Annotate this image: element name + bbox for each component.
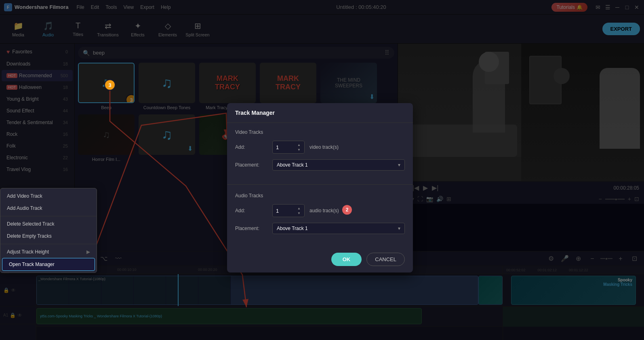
ctx-add-video-track[interactable]: Add Video Track [0, 190, 97, 202]
video-spinners: ▲ ▼ [296, 143, 302, 152]
video-spin-up[interactable]: ▲ [296, 143, 302, 147]
ctx-divider-1 [0, 216, 97, 216]
ctx-delete-empty[interactable]: Delete Empty Tracks [0, 230, 97, 242]
video-spin-down[interactable]: ▼ [296, 148, 302, 152]
video-add-row: Add: ▲ ▼ video track(s) [235, 141, 405, 154]
placement-label-video: Placement: [235, 162, 267, 168]
video-tracks-text: video track(s) [309, 144, 339, 150]
audio-spin-down[interactable]: ▼ [296, 211, 302, 215]
add-video-track-label: Add Video Track [7, 193, 42, 199]
track-manager-modal: Track Manager Video Tracks Add: ▲ ▼ vide… [227, 103, 413, 272]
video-count-input[interactable]: ▲ ▼ [272, 141, 305, 154]
video-track-number[interactable] [276, 144, 296, 150]
ok-button[interactable]: OK [331, 253, 362, 266]
cancel-button[interactable]: CANCEL [366, 253, 405, 266]
audio-spinners: ▲ ▼ [296, 206, 302, 215]
placement-label-audio: Placement: [235, 226, 267, 231]
ctx-divider-2 [0, 244, 97, 244]
step-badge-3: 3 [104, 79, 116, 91]
audio-tracks-section: Audio Tracks Add: ▲ ▼ audio track(s) Pla… [227, 186, 413, 246]
audio-placement-row: Placement: Above Track 1 ▾ [235, 223, 405, 234]
modal-title-text: Track Manager [235, 110, 275, 116]
audio-tracks-text: audio track(s) [309, 208, 339, 213]
adjust-arrow-icon: ▶ [86, 249, 90, 255]
video-placement-value: Above Track 1 [277, 162, 308, 168]
modal-title: Track Manager [227, 103, 413, 123]
delete-selected-label: Delete Selected Track [7, 221, 54, 227]
modal-divider [227, 184, 413, 185]
adjust-height-label: Adjust Track Height [7, 249, 49, 255]
audio-spin-up[interactable]: ▲ [296, 206, 302, 210]
step-badge-2: 2 [342, 205, 352, 215]
ctx-adjust-height[interactable]: Adjust Track Height ▶ [0, 246, 97, 258]
ctx-delete-selected[interactable]: Delete Selected Track [0, 218, 97, 230]
ctx-open-track-manager[interactable]: Open Track Manager [2, 258, 95, 271]
audio-placement-value: Above Track 1 [277, 226, 308, 231]
add-label-audio: Add: [235, 208, 267, 213]
video-placement-dropdown[interactable]: Above Track 1 ▾ [272, 159, 405, 171]
audio-tracks-title: Audio Tracks [235, 193, 405, 199]
audio-add-row: Add: ▲ ▼ audio track(s) [235, 204, 405, 217]
dropdown-arrow-audio: ▾ [398, 226, 400, 231]
ctx-add-audio-track[interactable]: Add Audio Track [0, 202, 97, 214]
context-menu: Add Video Track Add Audio Track Delete S… [0, 188, 97, 273]
dropdown-arrow-video: ▾ [398, 162, 400, 168]
modal-footer: OK CANCEL [227, 246, 413, 272]
open-track-manager-label: Open Track Manager [9, 262, 55, 267]
add-label-video: Add: [235, 144, 267, 150]
video-tracks-section: Video Tracks Add: ▲ ▼ video track(s) Pla… [227, 123, 413, 183]
audio-track-number[interactable] [276, 208, 296, 214]
delete-empty-label: Delete Empty Tracks [7, 233, 52, 239]
video-placement-row: Placement: Above Track 1 ▾ [235, 159, 405, 171]
audio-count-input[interactable]: ▲ ▼ [272, 204, 305, 217]
video-tracks-title: Video Tracks [235, 129, 405, 135]
add-audio-track-label: Add Audio Track [7, 205, 42, 211]
audio-placement-dropdown[interactable]: Above Track 1 ▾ [272, 223, 405, 234]
